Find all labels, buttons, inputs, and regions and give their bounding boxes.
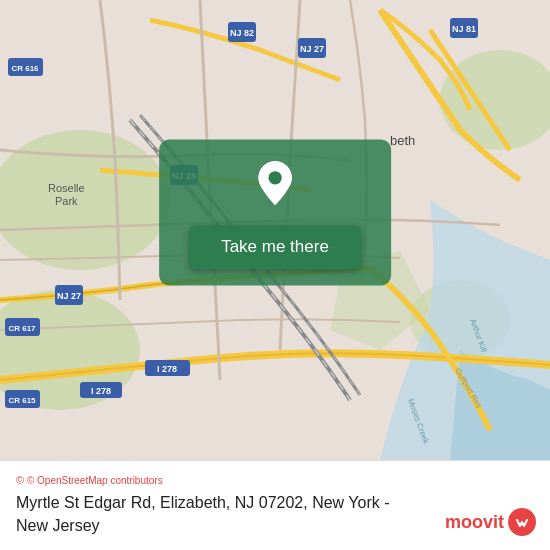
svg-text:Roselle: Roselle [48,182,85,194]
svg-text:NJ 82: NJ 82 [230,28,254,38]
svg-text:NJ 81: NJ 81 [452,24,476,34]
svg-text:CR 615: CR 615 [8,396,36,405]
moovit-icon [508,508,536,536]
osm-icon: © [16,474,24,486]
navigation-cta-box: Take me there [159,139,391,285]
svg-text:I 278: I 278 [157,364,177,374]
info-bar: © © OpenStreetMap contributors Myrtle St… [0,460,550,550]
svg-point-33 [268,171,281,184]
svg-text:CR 617: CR 617 [8,324,36,333]
svg-text:Park: Park [55,195,78,207]
svg-text:CR 616: CR 616 [11,64,39,73]
moovit-logo: moovit [445,508,536,536]
map-container: I 278 NJ 82 [0,0,550,460]
full-address: Myrtle St Edgar Rd, Elizabeth, NJ 07202,… [16,494,390,533]
moovit-brand-name: moovit [445,512,504,533]
osm-credit-text: © OpenStreetMap contributors [27,475,163,486]
osm-credit: © © OpenStreetMap contributors [16,474,534,486]
svg-text:I 278: I 278 [91,386,111,396]
location-pin-icon [250,159,300,209]
svg-text:NJ 27: NJ 27 [57,291,81,301]
svg-text:NJ 27: NJ 27 [300,44,324,54]
svg-text:beth: beth [390,133,415,148]
take-me-there-button[interactable]: Take me there [189,225,361,269]
